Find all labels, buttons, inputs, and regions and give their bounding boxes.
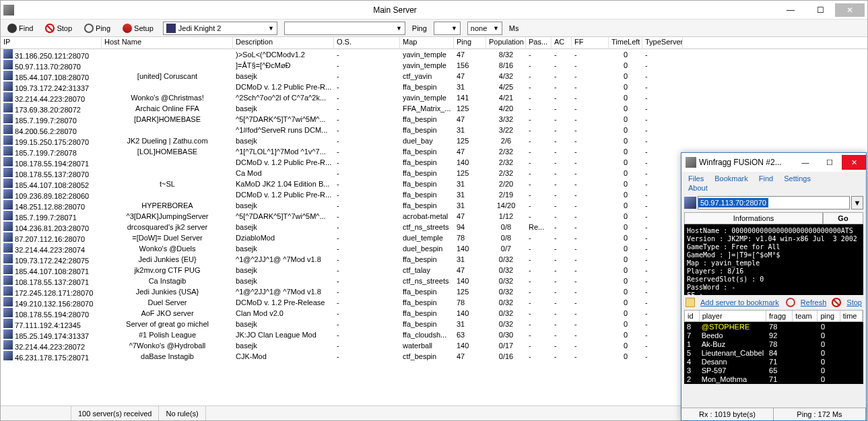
popup-menu: Files Bookmark Find Settings: [681, 172, 866, 183]
refresh-icon: [786, 298, 795, 307]
ping-val-select[interactable]: none▼: [467, 22, 502, 35]
go-button[interactable]: Go: [823, 212, 863, 224]
col-ping[interactable]: Ping: [454, 37, 486, 48]
server-icon: [3, 71, 13, 80]
col-map[interactable]: Map: [400, 37, 454, 48]
table-row[interactable]: 31.186.250.121:28070)>SoL<(^DCModv1.2-ya…: [1, 49, 867, 60]
game-select[interactable]: Jedi Knight 2▼: [163, 22, 277, 35]
ping-status: Ping : 172 Ms: [774, 408, 866, 420]
server-icon: [3, 276, 13, 285]
popup-title: Winfragg FUSiON #2...: [699, 158, 793, 167]
binoculars-icon: [7, 24, 17, 33]
server-icon: [3, 168, 13, 177]
table-row[interactable]: 50.97.113.70:28070]=ÅT§=[^ÐcMøÐ-yavin_te…: [1, 60, 867, 71]
table-row[interactable]: 84.200.56.2:28070^1#fod^ServeR runs DCM.…: [1, 125, 867, 135]
find-button[interactable]: Find: [5, 23, 36, 34]
menu-files[interactable]: Files: [688, 174, 704, 183]
menu-find[interactable]: Find: [759, 174, 773, 183]
server-icon: [3, 222, 13, 231]
server-icon: [3, 351, 13, 360]
server-icon: [3, 286, 13, 296]
chevron-down-icon: ▼: [451, 25, 457, 32]
toolbar: Find Stop Ping Setup Jedi Knight 2▼ ▼ Pi…: [1, 20, 867, 37]
popup-maximize-button[interactable]: ☐: [817, 155, 842, 170]
col-time[interactable]: TimeLeft: [609, 37, 642, 48]
server-icon: [3, 103, 13, 112]
player-row[interactable]: 5Lieutenant_Cabbel840: [684, 348, 863, 357]
ip-input[interactable]: 50.97.113.70:28070: [698, 196, 850, 209]
close-button[interactable]: [835, 3, 865, 17]
server-icon: [3, 308, 13, 317]
chevron-down-icon[interactable]: ▼: [851, 196, 863, 209]
table-header: IP Host Name Description O.S. Map Ping P…: [1, 37, 867, 49]
ms-label: Ms: [509, 24, 519, 32]
col-ff[interactable]: FF: [572, 37, 609, 48]
player-row[interactable]: 3SP-597650: [684, 366, 863, 375]
server-icon: [3, 82, 13, 91]
player-row[interactable]: 8@STOPHERE780: [684, 322, 863, 331]
menu-settings[interactable]: Settings: [784, 174, 811, 183]
table-row[interactable]: 173.69.38.20:28072Archaic Online FFAbase…: [1, 103, 867, 114]
player-row[interactable]: 4Desann710: [684, 357, 863, 366]
popup-minimize-button[interactable]: —: [793, 155, 817, 170]
popup-close-button[interactable]: ✕: [842, 155, 866, 170]
server-icon: [3, 254, 13, 263]
menu-bookmark[interactable]: Bookmark: [714, 174, 748, 183]
col-pas[interactable]: Pas...: [526, 37, 552, 48]
player-table-body: 8@STOPHERE7807Beedo9201Ak-Buz7805Lieuten…: [684, 322, 863, 384]
setup-button[interactable]: Setup: [120, 23, 156, 34]
server-icon: [3, 135, 13, 145]
tab-informations[interactable]: Informations: [684, 212, 823, 224]
stop-link[interactable]: Stop: [846, 298, 862, 306]
table-row[interactable]: 185.7.199.7:28070[DARK]HOMEBASE^5[^7DARK…: [1, 114, 867, 125]
filter-select[interactable]: ▼: [284, 22, 405, 35]
table-row[interactable]: 185.44.107.108:28070[united] Coruscantba…: [1, 71, 867, 82]
server-icon: [3, 211, 13, 220]
server-icon: [3, 179, 13, 188]
server-icon: [3, 92, 13, 102]
server-icon: [3, 200, 13, 209]
col-desc[interactable]: Description: [233, 37, 334, 48]
server-icon: [3, 49, 13, 59]
title-bar: Main Server: [1, 1, 867, 20]
server-icon: [3, 232, 13, 242]
clock-icon: [84, 24, 94, 33]
ping-op-select[interactable]: ▼: [434, 22, 461, 35]
menu-about[interactable]: About: [688, 184, 708, 192]
col-pop[interactable]: Population: [486, 37, 526, 48]
bookmark-icon: [686, 298, 695, 307]
minimize-button[interactable]: [776, 3, 805, 17]
table-row[interactable]: 199.15.250.175:28070JK2 Dueling | Zathu.…: [1, 135, 867, 146]
ping-button[interactable]: Ping: [81, 23, 113, 34]
chevron-down-icon: ▼: [268, 25, 274, 32]
window-title: Main Server: [14, 5, 776, 15]
rx-status: Rx : 1019 byte(s): [681, 408, 774, 420]
add-bookmark-link[interactable]: Add server to bookmark: [700, 298, 779, 306]
col-ip[interactable]: IP: [1, 37, 102, 48]
player-row[interactable]: 2Mon_Mothma710: [684, 375, 863, 383]
server-icon: [3, 189, 13, 199]
player-table-header: id player fragg team ping time: [684, 310, 863, 322]
table-row[interactable]: 32.214.44.223:28070Wonko's @Christmas!^2…: [1, 92, 867, 103]
player-row[interactable]: 7Beedo920: [684, 331, 863, 339]
col-ac[interactable]: AC: [552, 37, 572, 48]
server-info-popup: Winfragg FUSiON #2... — ☐ ✕ Files Bookma…: [681, 152, 867, 421]
stop-icon: [45, 24, 55, 33]
player-row[interactable]: 1Ak-Buz780: [684, 339, 863, 348]
refresh-link[interactable]: Refresh: [801, 298, 827, 306]
col-host[interactable]: Host Name: [102, 37, 233, 48]
table-row[interactable]: 109.73.172.242:31337DCMoD v. 1.2 Public …: [1, 82, 867, 92]
col-type[interactable]: TypeServer: [642, 37, 683, 48]
maximize-button[interactable]: [805, 3, 835, 17]
status-rules: No rule(s): [159, 406, 205, 420]
col-os[interactable]: O.S.: [334, 37, 400, 48]
player-row[interactable]: 1Ree-Yees710: [684, 383, 863, 384]
chevron-down-icon: ▼: [396, 25, 402, 32]
status-servers: 100 server(s) received: [71, 406, 159, 420]
ping-label: Ping: [412, 24, 427, 32]
server-icon: [3, 329, 13, 339]
stop-icon: [832, 298, 841, 307]
stop-button[interactable]: Stop: [42, 23, 75, 34]
server-icon: [3, 297, 13, 306]
server-icon: [3, 157, 13, 166]
